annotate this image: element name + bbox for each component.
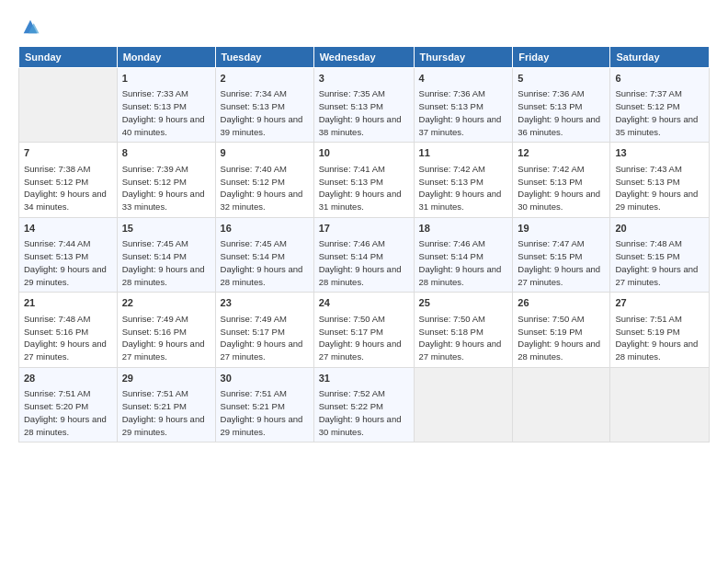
- day-number: 22: [122, 296, 210, 310]
- header-day-wednesday: Wednesday: [313, 47, 414, 68]
- day-cell: 4Sunrise: 7:36 AMSunset: 5:13 PMDaylight…: [414, 68, 513, 143]
- day-number: 12: [518, 146, 605, 160]
- day-info: Sunrise: 7:47 AMSunset: 5:15 PMDaylight:…: [518, 237, 605, 288]
- day-number: 31: [319, 372, 409, 385]
- day-info: Sunrise: 7:48 AMSunset: 5:15 PMDaylight:…: [615, 237, 704, 288]
- header: [18, 17, 710, 37]
- day-number: 2: [221, 72, 309, 86]
- day-number: 5: [518, 72, 605, 86]
- day-info: Sunrise: 7:51 AMSunset: 5:19 PMDaylight:…: [615, 313, 704, 363]
- day-info: Sunrise: 7:45 AMSunset: 5:14 PMDaylight:…: [221, 237, 309, 288]
- day-number: 15: [122, 222, 210, 236]
- day-number: 21: [24, 296, 112, 310]
- header-day-saturday: Saturday: [610, 47, 710, 68]
- calendar-table: SundayMondayTuesdayWednesdayThursdayFrid…: [18, 46, 710, 442]
- day-cell: 12Sunrise: 7:42 AMSunset: 5:13 PMDayligh…: [513, 143, 610, 217]
- day-cell: 19Sunrise: 7:47 AMSunset: 5:15 PMDayligh…: [513, 217, 610, 292]
- day-number: 30: [221, 372, 309, 385]
- day-cell: 15Sunrise: 7:45 AMSunset: 5:14 PMDayligh…: [117, 217, 215, 292]
- day-number: 28: [24, 372, 112, 385]
- day-info: Sunrise: 7:36 AMSunset: 5:13 PMDaylight:…: [419, 87, 508, 138]
- week-row-4: 21Sunrise: 7:48 AMSunset: 5:16 PMDayligh…: [19, 293, 710, 367]
- day-number: 16: [221, 222, 309, 236]
- day-number: 19: [518, 222, 605, 236]
- day-number: 29: [122, 372, 210, 385]
- day-number: 27: [615, 296, 704, 310]
- logo-icon: [20, 17, 40, 37]
- day-number: 10: [319, 146, 409, 160]
- week-row-3: 14Sunrise: 7:44 AMSunset: 5:13 PMDayligh…: [19, 217, 710, 292]
- calendar-header: SundayMondayTuesdayWednesdayThursdayFrid…: [19, 47, 710, 68]
- day-cell: 13Sunrise: 7:43 AMSunset: 5:13 PMDayligh…: [610, 143, 710, 217]
- day-number: 8: [122, 146, 210, 160]
- day-cell: 11Sunrise: 7:42 AMSunset: 5:13 PMDayligh…: [414, 143, 513, 217]
- day-cell: 16Sunrise: 7:45 AMSunset: 5:14 PMDayligh…: [215, 217, 313, 292]
- day-cell: [414, 367, 513, 442]
- day-info: Sunrise: 7:44 AMSunset: 5:13 PMDaylight:…: [24, 237, 112, 288]
- day-number: 7: [24, 146, 112, 160]
- day-cell: 23Sunrise: 7:49 AMSunset: 5:17 PMDayligh…: [215, 293, 313, 367]
- day-info: Sunrise: 7:50 AMSunset: 5:19 PMDaylight:…: [518, 313, 605, 363]
- day-cell: 22Sunrise: 7:49 AMSunset: 5:16 PMDayligh…: [117, 293, 215, 367]
- header-day-friday: Friday: [513, 47, 610, 68]
- day-cell: 5Sunrise: 7:36 AMSunset: 5:13 PMDaylight…: [513, 68, 610, 143]
- day-info: Sunrise: 7:45 AMSunset: 5:14 PMDaylight:…: [122, 237, 210, 288]
- day-cell: 20Sunrise: 7:48 AMSunset: 5:15 PMDayligh…: [610, 217, 710, 292]
- day-info: Sunrise: 7:46 AMSunset: 5:14 PMDaylight:…: [319, 237, 409, 288]
- day-info: Sunrise: 7:51 AMSunset: 5:20 PMDaylight:…: [24, 387, 112, 438]
- day-cell: 1Sunrise: 7:33 AMSunset: 5:13 PMDaylight…: [117, 68, 215, 143]
- day-cell: 7Sunrise: 7:38 AMSunset: 5:12 PMDaylight…: [19, 143, 118, 217]
- week-row-5: 28Sunrise: 7:51 AMSunset: 5:20 PMDayligh…: [19, 367, 710, 442]
- day-number: 9: [221, 146, 309, 160]
- day-number: 18: [419, 222, 508, 236]
- day-cell: 27Sunrise: 7:51 AMSunset: 5:19 PMDayligh…: [610, 293, 710, 367]
- header-day-sunday: Sunday: [19, 47, 118, 68]
- day-cell: 29Sunrise: 7:51 AMSunset: 5:21 PMDayligh…: [117, 367, 215, 442]
- day-cell: 28Sunrise: 7:51 AMSunset: 5:20 PMDayligh…: [19, 367, 118, 442]
- day-info: Sunrise: 7:46 AMSunset: 5:14 PMDaylight:…: [419, 237, 508, 288]
- day-info: Sunrise: 7:51 AMSunset: 5:21 PMDaylight:…: [122, 387, 210, 438]
- calendar-body: 1Sunrise: 7:33 AMSunset: 5:13 PMDaylight…: [19, 68, 710, 442]
- day-cell: [610, 367, 710, 442]
- day-cell: 17Sunrise: 7:46 AMSunset: 5:14 PMDayligh…: [313, 217, 414, 292]
- day-number: 4: [419, 72, 508, 86]
- day-info: Sunrise: 7:42 AMSunset: 5:13 PMDaylight:…: [518, 163, 605, 213]
- day-number: 20: [615, 222, 704, 236]
- day-info: Sunrise: 7:49 AMSunset: 5:17 PMDaylight:…: [221, 313, 309, 363]
- day-cell: 6Sunrise: 7:37 AMSunset: 5:12 PMDaylight…: [610, 68, 710, 143]
- day-info: Sunrise: 7:50 AMSunset: 5:17 PMDaylight:…: [319, 313, 409, 363]
- header-day-tuesday: Tuesday: [215, 47, 313, 68]
- day-info: Sunrise: 7:37 AMSunset: 5:12 PMDaylight:…: [615, 87, 704, 138]
- day-cell: 31Sunrise: 7:52 AMSunset: 5:22 PMDayligh…: [313, 367, 414, 442]
- week-row-2: 7Sunrise: 7:38 AMSunset: 5:12 PMDaylight…: [19, 143, 710, 217]
- day-info: Sunrise: 7:40 AMSunset: 5:12 PMDaylight:…: [221, 163, 309, 213]
- day-cell: 30Sunrise: 7:51 AMSunset: 5:21 PMDayligh…: [215, 367, 313, 442]
- day-number: 3: [319, 72, 409, 86]
- header-row: SundayMondayTuesdayWednesdayThursdayFrid…: [19, 47, 710, 68]
- day-info: Sunrise: 7:41 AMSunset: 5:13 PMDaylight:…: [319, 163, 409, 213]
- day-info: Sunrise: 7:33 AMSunset: 5:13 PMDaylight:…: [122, 87, 210, 138]
- day-number: 6: [615, 72, 704, 86]
- day-cell: 24Sunrise: 7:50 AMSunset: 5:17 PMDayligh…: [313, 293, 414, 367]
- header-day-monday: Monday: [117, 47, 215, 68]
- day-info: Sunrise: 7:49 AMSunset: 5:16 PMDaylight:…: [122, 313, 210, 363]
- logo: [18, 17, 40, 37]
- day-info: Sunrise: 7:48 AMSunset: 5:16 PMDaylight:…: [24, 313, 112, 363]
- day-cell: 2Sunrise: 7:34 AMSunset: 5:13 PMDaylight…: [215, 68, 313, 143]
- day-info: Sunrise: 7:50 AMSunset: 5:18 PMDaylight:…: [419, 313, 508, 363]
- day-info: Sunrise: 7:52 AMSunset: 5:22 PMDaylight:…: [319, 387, 409, 438]
- day-info: Sunrise: 7:51 AMSunset: 5:21 PMDaylight:…: [221, 387, 309, 438]
- day-cell: 26Sunrise: 7:50 AMSunset: 5:19 PMDayligh…: [513, 293, 610, 367]
- day-cell: 25Sunrise: 7:50 AMSunset: 5:18 PMDayligh…: [414, 293, 513, 367]
- day-cell: 8Sunrise: 7:39 AMSunset: 5:12 PMDaylight…: [117, 143, 215, 217]
- day-number: 23: [221, 296, 309, 310]
- day-info: Sunrise: 7:36 AMSunset: 5:13 PMDaylight:…: [518, 87, 605, 138]
- day-cell: 9Sunrise: 7:40 AMSunset: 5:12 PMDaylight…: [215, 143, 313, 217]
- day-info: Sunrise: 7:39 AMSunset: 5:12 PMDaylight:…: [122, 163, 210, 213]
- day-info: Sunrise: 7:43 AMSunset: 5:13 PMDaylight:…: [615, 163, 704, 213]
- day-cell: [513, 367, 610, 442]
- day-info: Sunrise: 7:42 AMSunset: 5:13 PMDaylight:…: [419, 163, 508, 213]
- day-number: 25: [419, 296, 508, 310]
- day-number: 1: [122, 72, 210, 86]
- header-day-thursday: Thursday: [414, 47, 513, 68]
